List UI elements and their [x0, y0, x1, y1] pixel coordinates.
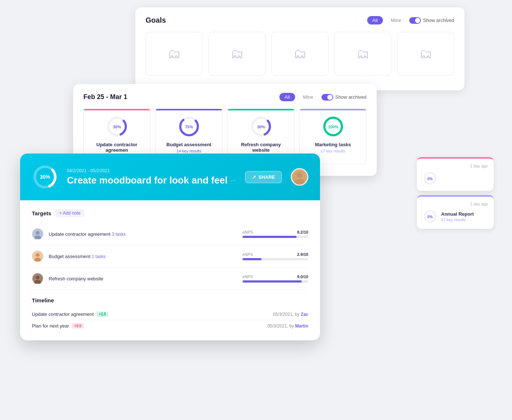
- add-note-button[interactable]: + Add note: [56, 209, 84, 217]
- target-link-2[interactable]: 1 tasks: [92, 254, 106, 259]
- svg-text:75%: 75%: [185, 125, 193, 129]
- goal-card-marketing-sub: 17 key results: [321, 149, 346, 153]
- svg-point-22: [36, 231, 39, 235]
- right-card-1-donut: 0%: [423, 171, 437, 186]
- share-label: SHARE: [258, 174, 275, 180]
- svg-point-25: [36, 253, 39, 257]
- target-metric-3: eNPS 9.0/10: [242, 275, 308, 283]
- goals-title: Goals: [146, 16, 166, 24]
- target-metric-1: eNPS 8.2/10: [242, 230, 308, 238]
- folder-card-2[interactable]: 🗂: [208, 32, 266, 76]
- target-name-2: Budget assessment 1 tasks: [49, 254, 242, 259]
- timeline-right-2: 05/3/2021, by Martin: [267, 323, 308, 329]
- right-card-1[interactable]: 1 day ago 0%: [417, 157, 494, 191]
- detail-body: Targets + Add note Update contractor agr…: [20, 200, 320, 340]
- progress-fill-1: [242, 236, 297, 238]
- target-row-3: Refresh company website eNPS 9.0/10: [32, 268, 308, 290]
- svg-point-28: [36, 276, 39, 279]
- folder-icon-3: 🗂: [293, 46, 306, 61]
- goal-card-contractor-name: Update contractor agreemen: [89, 142, 145, 153]
- avatar-image: [292, 169, 307, 185]
- timeline-left-2: Plan for next year +0.5: [32, 323, 84, 329]
- timeline-name-1: Update contractor agreement: [32, 311, 94, 317]
- goal-card-website-name: Refresh company website: [233, 142, 289, 153]
- folder-icon-2: 🗂: [230, 46, 244, 61]
- share-button[interactable]: ↗ SHARE: [245, 171, 282, 183]
- progress-fill-2: [242, 258, 261, 260]
- weekly-show-archived-toggle[interactable]: [321, 94, 333, 101]
- detail-info: 04/2/2021 - 05/2/2021 Create moodboard f…: [67, 168, 236, 186]
- goal-card-budget-name: Budget assessment: [166, 142, 211, 147]
- share-icon: ↗: [252, 174, 256, 180]
- filter-mine-btn[interactable]: Mine: [386, 16, 406, 24]
- filter-all-btn[interactable]: All: [367, 16, 383, 24]
- weekly-filter-mine-btn[interactable]: Mine: [298, 93, 319, 101]
- right-card-2[interactable]: 1 day ago 0% Annual Report 17 key result…: [417, 195, 494, 229]
- timeline-badge-2: +0.5: [72, 323, 84, 329]
- goals-header: Goals All Mine Show archived: [146, 16, 454, 24]
- target-row-1: Update contractor agreement 3 tasks eNPS…: [32, 223, 308, 245]
- timeline-row-1: Update contractor agreement +2.5 05/3/20…: [32, 309, 308, 320]
- goals-filter: All Mine Show archived: [367, 16, 454, 24]
- weekly-title: Feb 25 - Mar 1: [83, 93, 127, 101]
- goal-card-marketing-name: Marketing tasks: [315, 142, 351, 147]
- weekly-filter: All Mine Show archived: [279, 93, 366, 101]
- right-card-2-sub: 17 key results: [441, 217, 474, 222]
- timeline-left-1: Update contractor agreement +2.5: [32, 311, 108, 317]
- goal-card-budget-sub: 14 key results: [177, 149, 202, 153]
- progress-bg-3: [242, 280, 308, 283]
- target-avatar-3: [32, 273, 44, 284]
- progress-bg-2: [242, 258, 308, 260]
- weekly-filter-all-btn[interactable]: All: [279, 93, 295, 101]
- timeline-section: Timeline Update contractor agreement +2.…: [32, 297, 308, 332]
- detail-donut: 30%: [32, 164, 58, 190]
- detail-avatar: [291, 168, 308, 186]
- folder-card-1[interactable]: 🗂: [146, 32, 203, 76]
- right-card-2-time: 1 day ago: [423, 202, 488, 206]
- folder-icon-5: 🗂: [419, 46, 432, 61]
- folder-card-3[interactable]: 🗂: [271, 32, 328, 76]
- progress-fill-3: [242, 280, 302, 283]
- target-link-1[interactable]: 3 tasks: [112, 232, 126, 237]
- donut-contractor: 30%: [106, 116, 128, 137]
- folder-card-4[interactable]: 🗂: [334, 32, 391, 76]
- target-avatar-1: [32, 228, 44, 240]
- metric-label-2: eNPS: [242, 252, 253, 257]
- metric-value-3: 9.0/10: [297, 275, 308, 279]
- goals-folders: 🗂 🗂 🗂 🗂 🗂: [146, 32, 454, 76]
- donut-marketing: 100%: [322, 116, 344, 137]
- right-card-2-name: Annual Report: [441, 211, 474, 217]
- timeline-label: Timeline: [32, 297, 308, 303]
- timeline-right-1: 05/3/2021, by Zac: [273, 312, 308, 317]
- folder-icon-1: 🗂: [167, 46, 181, 61]
- folder-card-5[interactable]: 🗂: [397, 32, 454, 76]
- detail-dates: 04/2/2021 - 05/2/2021: [67, 168, 236, 173]
- target-row-2: Budget assessment 1 tasks eNPS 2.9/10: [32, 245, 308, 268]
- goals-panel: Goals All Mine Show archived 🗂 🗂 🗂 🗂 🗂: [135, 7, 464, 90]
- timeline-author-2: Martin: [295, 323, 308, 329]
- metric-label-1: eNPS: [242, 230, 253, 234]
- metric-value-2: 2.9/10: [297, 252, 308, 257]
- right-card-2-donut: 0%: [423, 209, 437, 224]
- weekly-toggle-archived: Show archived: [321, 94, 366, 101]
- svg-text:100%: 100%: [328, 125, 338, 129]
- timeline-name-2: Plan for next year: [32, 323, 69, 329]
- folder-icon-4: 🗂: [356, 46, 369, 61]
- detail-more-icon[interactable]: ···: [230, 177, 236, 184]
- donut-website: 30%: [250, 116, 272, 137]
- show-archived-label: Show archived: [423, 18, 454, 23]
- svg-point-19: [297, 172, 302, 178]
- metric-label-3: eNPS: [242, 275, 253, 279]
- targets-header: Targets + Add note: [32, 209, 308, 217]
- donut-budget: 75%: [178, 116, 200, 137]
- toggle-archived: Show archived: [409, 17, 454, 24]
- svg-text:30%: 30%: [257, 125, 265, 129]
- timeline-author-1: Zac: [301, 312, 308, 317]
- weekly-show-archived-label: Show archived: [335, 94, 366, 100]
- timeline-row-2: Plan for next year +0.5 05/3/2021, by Ma…: [32, 320, 308, 332]
- targets-label: Targets: [32, 210, 51, 216]
- right-cards: 1 day ago 0% 1 day ago 0% Annual Report …: [417, 157, 494, 229]
- progress-bg-1: [242, 236, 308, 238]
- right-card-1-time: 1 day ago: [423, 164, 488, 168]
- show-archived-toggle[interactable]: [409, 17, 421, 24]
